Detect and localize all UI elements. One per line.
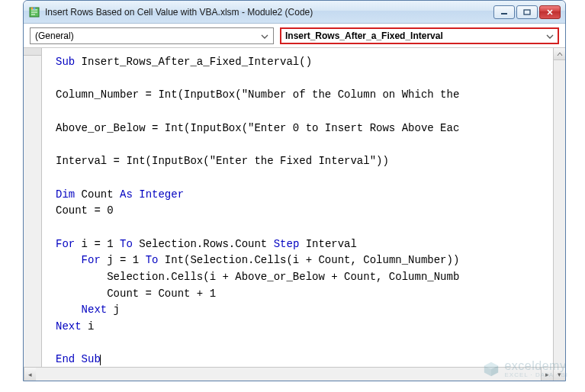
object-dropdown-label: (General) <box>35 31 74 41</box>
code-line: Count = 0 <box>56 204 114 217</box>
scroll-down-button[interactable]: ▾ <box>553 368 565 381</box>
code-text: i <box>82 320 95 333</box>
scroll-track[interactable] <box>554 60 565 367</box>
titlebar[interactable]: Insert Rows Based on Cell Value with VBA… <box>24 1 565 24</box>
kw-for: For <box>56 238 75 250</box>
code-text: Interval <box>299 238 357 250</box>
kw-as-integer: As Integer <box>120 188 184 201</box>
kw-dim: Dim <box>56 188 75 201</box>
procedure-dropdown[interactable]: Insert_Rows_After_a_Fixed_Interval <box>280 27 559 44</box>
window-title: Insert Rows Based on Cell Value with VBA… <box>45 7 489 18</box>
procedure-dropdown-label: Insert_Rows_After_a_Fixed_Interval <box>285 31 443 41</box>
code-wrap: Sub Insert_Rows_After_a_Fixed_Interval()… <box>24 48 565 367</box>
svg-rect-4 <box>524 10 530 14</box>
kw-next: Next <box>56 304 107 316</box>
chevron-up-icon <box>557 52 563 56</box>
kw-for: For <box>56 254 101 266</box>
horizontal-scrollbar[interactable]: ◂ ▸ ▾ <box>24 367 565 381</box>
kw-to: To <box>146 254 159 266</box>
code-text: i = 1 <box>75 238 120 250</box>
code-text: Selection.Rows.Count <box>133 238 274 250</box>
kw-next: Next <box>56 320 82 333</box>
chevron-down-icon <box>546 31 554 41</box>
code-line: Above_or_Below = Int(InputBox("Enter 0 t… <box>56 122 459 134</box>
code-line: Column_Number = Int(InputBox("Number of … <box>56 88 459 101</box>
scroll-left-button[interactable]: ◂ <box>24 368 36 381</box>
window-controls <box>493 5 561 19</box>
dropdown-toolbar: (General) Insert_Rows_After_a_Fixed_Inte… <box>24 24 565 48</box>
code-editor[interactable]: Sub Insert_Rows_After_a_Fixed_Interval()… <box>42 48 553 367</box>
code-line: Selection.Cells(i + Above_or_Below + Cou… <box>56 271 459 283</box>
code-text: j <box>107 304 120 316</box>
maximize-button[interactable] <box>516 5 538 19</box>
maximize-icon <box>523 9 531 15</box>
code-text: Int(Selection.Cells(i + Count, Column_Nu… <box>158 254 459 266</box>
svg-point-2 <box>34 7 36 9</box>
vba-module-icon <box>28 6 40 18</box>
scroll-right-button[interactable]: ▸ <box>541 368 553 381</box>
svg-point-1 <box>31 7 34 9</box>
h-scroll-track[interactable] <box>36 368 541 381</box>
code-text: j = 1 <box>101 254 146 266</box>
code-line: Interval = Int(InputBox("Enter the Fixed… <box>56 155 389 167</box>
code-window: Insert Rows Based on Cell Value with VBA… <box>23 0 566 381</box>
code-line: Count = Count + 1 <box>56 288 216 300</box>
kw-sub: Sub <box>56 56 75 68</box>
proc-name: Insert_Rows_After_a_Fixed_Interval() <box>75 56 312 68</box>
vertical-scrollbar[interactable] <box>553 48 565 367</box>
text-cursor <box>100 355 101 365</box>
minimize-button[interactable] <box>493 5 515 19</box>
code-text: Count <box>75 188 120 201</box>
kw-step: Step <box>274 238 300 250</box>
object-dropdown[interactable]: (General) <box>30 27 274 44</box>
kw-to: To <box>120 238 133 250</box>
close-icon <box>546 9 554 15</box>
scroll-up-button[interactable] <box>554 48 565 60</box>
kw-end-sub: End Sub <box>56 353 101 365</box>
margin-gutter <box>24 48 42 367</box>
close-button[interactable] <box>539 5 561 19</box>
minimize-icon <box>500 9 508 15</box>
chevron-down-icon <box>261 31 268 41</box>
